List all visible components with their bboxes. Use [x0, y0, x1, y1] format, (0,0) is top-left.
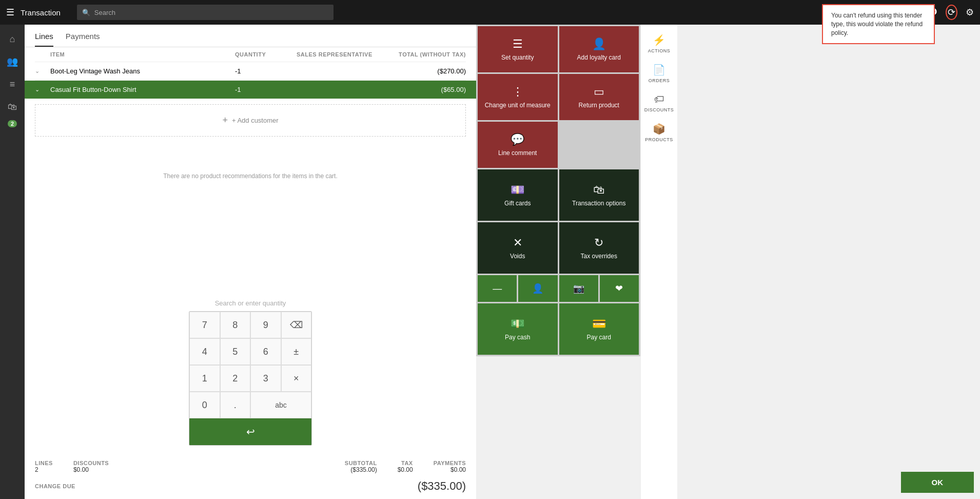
- sidebar-badge: 2: [8, 120, 17, 127]
- set-quantity-label: Set quantity: [501, 54, 534, 61]
- voids-btn[interactable]: ✕ Voids: [478, 222, 558, 274]
- add-loyalty-card-btn[interactable]: 👤 Add loyalty card: [559, 26, 639, 72]
- set-quantity-icon: ☰: [513, 37, 523, 51]
- search-icon: 🔍: [82, 9, 90, 16]
- small-btn-3[interactable]: 📷: [559, 275, 598, 302]
- hamburger-menu-icon[interactable]: ☰: [6, 7, 14, 18]
- sidebar-bag-icon[interactable]: 🛍: [2, 97, 23, 117]
- sidebar-orders[interactable]: 📄 ORDERS: [643, 61, 676, 86]
- small-btn-4[interactable]: ❤: [600, 275, 639, 302]
- numpad-key-abc[interactable]: abc: [250, 392, 311, 418]
- transaction-options-icon: 🛍: [593, 183, 604, 197]
- table-col-rep: SALES REPRESENTATIVE: [297, 51, 389, 57]
- gift-cards-icon: 💷: [511, 183, 524, 197]
- numpad-key-multiply[interactable]: ×: [281, 365, 312, 392]
- numpad-key-6[interactable]: 6: [250, 338, 281, 365]
- error-toast: You can't refund using this tender type,…: [822, 4, 935, 44]
- loyalty-icon: 👤: [592, 37, 606, 51]
- numpad-key-4[interactable]: 4: [189, 338, 220, 365]
- payments-value: $0.00: [434, 466, 466, 473]
- numpad-key-7[interactable]: 7: [189, 312, 220, 338]
- numpad-key-2[interactable]: 2: [220, 365, 251, 392]
- return-product-btn[interactable]: ▭ Return product: [559, 74, 639, 120]
- sidebar-discounts[interactable]: 🏷 DISCOUNTS: [643, 90, 676, 116]
- change-unit-btn[interactable]: ⋮ Change unit of measure: [478, 74, 558, 120]
- small-btn-2[interactable]: 👤: [518, 275, 557, 302]
- table-header: ITEM QUANTITY SALES REPRESENTATIVE TOTAL…: [35, 47, 466, 62]
- numpad-key-1[interactable]: 1: [189, 365, 220, 392]
- gift-cards-label: Gift cards: [504, 200, 531, 207]
- sidebar-actions[interactable]: ⚡ ACTIONS: [643, 31, 676, 56]
- pay-cash-icon: 💵: [511, 317, 524, 331]
- tax-overrides-btn[interactable]: ↻ Tax overrides: [559, 222, 639, 274]
- numpad: 7 8 9 ⌫ 4 5 6 ± 1 2 3 × 0: [189, 311, 312, 446]
- left-sidebar: ⌂ 👥 ≡ 🛍 2: [0, 25, 25, 499]
- numpad-key-backspace[interactable]: ⌫: [281, 312, 312, 338]
- search-placeholder: Search: [94, 9, 115, 16]
- orders-label: ORDERS: [649, 78, 670, 83]
- recommendations-text: There are no product recommendations for…: [25, 162, 476, 190]
- pay-card-icon: 💳: [592, 317, 606, 331]
- change-due-value: ($335.00): [418, 479, 466, 493]
- numpad-key-0[interactable]: 0: [189, 392, 220, 418]
- numpad-row-2: 4 5 6 ±: [189, 338, 311, 365]
- actions-icon: ⚡: [653, 34, 665, 46]
- tax-value: $0.00: [398, 466, 413, 473]
- table-row[interactable]: ⌄ Boot-Leg Vintage Wash Jeans -1 ($270.0…: [35, 62, 466, 81]
- pay-card-btn[interactable]: 💳 Pay card: [559, 303, 639, 355]
- tab-lines[interactable]: Lines: [35, 32, 53, 47]
- search-bar[interactable]: 🔍 Search: [77, 5, 334, 20]
- sidebar-people-icon[interactable]: 👥: [2, 51, 23, 72]
- row-qty: -1: [235, 86, 297, 93]
- loyalty-label: Add loyalty card: [577, 54, 621, 61]
- transaction-options-btn[interactable]: 🛍 Transaction options: [559, 169, 639, 221]
- small-btn-1[interactable]: ―: [478, 275, 517, 302]
- voids-icon: ✕: [513, 236, 522, 250]
- row-item-name: Boot-Leg Vintage Wash Jeans: [50, 67, 235, 75]
- change-unit-icon: ⋮: [512, 85, 523, 99]
- lines-label: LINES: [35, 460, 53, 466]
- discounts-summary: DISCOUNTS $0.00: [73, 460, 109, 473]
- line-comment-btn[interactable]: 💬 Line comment: [478, 122, 558, 168]
- right-panel: ☰ Set quantity 👤 Add loyalty card ⋮ Chan…: [476, 25, 640, 499]
- table-col-qty: QUANTITY: [235, 51, 297, 57]
- numpad-key-plusminus[interactable]: ±: [281, 338, 312, 365]
- discounts-label: DISCOUNTS: [644, 107, 674, 112]
- products-icon: 📦: [653, 123, 665, 135]
- row-total: ($270.00): [389, 67, 466, 75]
- refresh-icon[interactable]: ⟳: [946, 5, 957, 20]
- ok-button[interactable]: OK: [901, 472, 974, 493]
- sidebar-home-icon[interactable]: ⌂: [2, 29, 23, 49]
- table-col-total: TOTAL (WITHOUT TAX): [389, 51, 466, 57]
- summary-area: LINES 2 DISCOUNTS $0.00 SUBTOTAL ($335.0…: [25, 454, 476, 473]
- numpad-key-5[interactable]: 5: [220, 338, 251, 365]
- table-row-selected[interactable]: ⌄ Casual Fit Button-Down Shirt -1 ($65.0…: [25, 81, 476, 99]
- tax-overrides-icon: ↻: [594, 236, 603, 250]
- gift-cards-btn[interactable]: 💷 Gift cards: [478, 169, 558, 221]
- error-toast-message: You can't refund using this tender type,…: [831, 12, 923, 36]
- numpad-key-8[interactable]: 8: [220, 312, 251, 338]
- numpad-key-dot[interactable]: .: [220, 392, 251, 418]
- sidebar-menu-icon[interactable]: ≡: [2, 74, 23, 94]
- numpad-key-9[interactable]: 9: [250, 312, 281, 338]
- sidebar-products[interactable]: 📦 PRODUCTS: [643, 120, 676, 145]
- voids-label: Voids: [510, 253, 525, 260]
- lines-value: 2: [35, 466, 53, 473]
- table-col-expand: [35, 51, 50, 57]
- row-expand-icon: ⌄: [35, 68, 50, 74]
- settings-icon[interactable]: ⚙: [966, 7, 974, 18]
- tabs: Lines Payments: [25, 25, 476, 47]
- pay-cash-btn[interactable]: 💵 Pay cash: [478, 303, 558, 355]
- numpad-enter-key[interactable]: ↩: [189, 418, 311, 445]
- add-customer-area[interactable]: + + Add customer: [35, 104, 466, 137]
- change-due-label: CHANGE DUE: [35, 483, 75, 489]
- set-quantity-btn[interactable]: ☰ Set quantity: [478, 26, 558, 72]
- return-product-label: Return product: [579, 102, 619, 109]
- numpad-row-4: 0 . abc: [189, 392, 311, 418]
- pay-cash-label: Pay cash: [505, 334, 530, 341]
- transaction-options-label: Transaction options: [572, 200, 625, 207]
- return-product-icon: ▭: [594, 85, 604, 99]
- tab-payments[interactable]: Payments: [66, 32, 100, 47]
- row-item-name: Casual Fit Button-Down Shirt: [50, 86, 235, 93]
- numpad-key-3[interactable]: 3: [250, 365, 281, 392]
